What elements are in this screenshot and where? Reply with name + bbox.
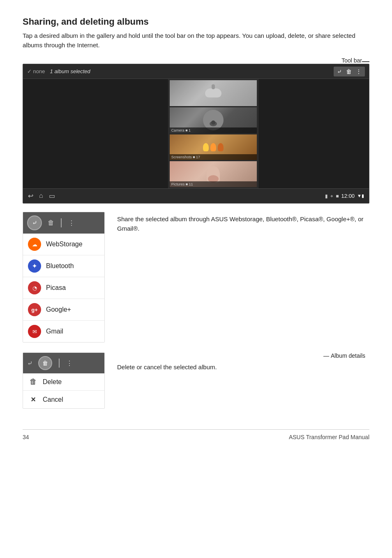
album-detail-delete-icon-circle[interactable]: 🗑 — [38, 356, 52, 370]
footer-page-number: 34 — [23, 434, 29, 440]
album-details-label: Album details — [323, 352, 365, 359]
wifi-icon: ⌖ — [330, 193, 333, 199]
gallery-screenshot: ✓ none 1 album selected ⤶ 🗑 ⋮ Camera ■ 1 — [23, 64, 369, 204]
share-header-share-icon[interactable]: ⤶ — [27, 215, 42, 230]
picasa-label: Picasa — [46, 284, 66, 292]
thumb-pictures-label: Pictures ■ 11 — [170, 181, 257, 187]
googleplus-icon: g+ — [28, 303, 41, 316]
album-detail-description: Delete or cancel the selected album. — [117, 361, 369, 372]
share-item-webstorage[interactable]: ☁ WebStorage — [23, 234, 104, 255]
delete-icon-toolbar[interactable]: 🗑 — [346, 68, 352, 75]
gallery-check: ✓ none — [27, 68, 45, 74]
toolbar-label-row: Tool bar — [23, 57, 369, 64]
share-icon-toolbar[interactable]: ⤶ — [337, 68, 342, 75]
gallery-bottombar-left: ↩ ⌂ ▭ — [28, 192, 55, 200]
gallery-album-selected: 1 album selected — [50, 68, 90, 74]
delete-label: Delete — [43, 378, 62, 386]
album-details-right-col: Album details Delete or cancel the selec… — [117, 352, 369, 372]
share-menu-header: ⤶ 🗑 ⋮ — [23, 212, 104, 234]
gallery-content: Camera ■ 1 Screenshots ■ 17 Pictures ■ 1… — [23, 79, 369, 188]
album-detail-item-cancel[interactable]: × Cancel — [23, 391, 104, 408]
gallery-center-panel: Camera ■ 1 Screenshots ■ 17 Pictures ■ 1… — [168, 79, 258, 188]
thumb-screenshots-label: Screenshots ■ 17 — [170, 154, 257, 160]
gallery-topbar-left: ✓ none 1 album selected — [27, 68, 90, 74]
trash-icon-circle: 🗑 — [42, 360, 48, 366]
thumb-flowers[interactable]: Screenshots ■ 17 — [170, 134, 257, 160]
share-header-delete-icon[interactable]: 🗑 — [48, 219, 54, 227]
toolbar-label: Tool bar — [341, 57, 362, 64]
gallery-toolbar-icons: ⤶ 🗑 ⋮ — [334, 67, 365, 76]
home-icon[interactable]: ⌂ — [39, 192, 43, 200]
battery-indicator: ▼▮ — [357, 193, 364, 199]
share-header-more-icon[interactable]: ⋮ — [68, 219, 75, 227]
page-title: Sharing, and deleting albums — [23, 16, 369, 27]
thumb-woman[interactable]: Pictures ■ 11 — [170, 161, 257, 187]
album-detail-more-icon[interactable]: ⋮ — [66, 359, 73, 367]
album-detail-menu-header: ⤶ 🗑 ⋮ — [23, 353, 104, 373]
gallery-bottombar: ↩ ⌂ ▭ ▮ ⌖ ■ 12:00 ▼▮ — [23, 188, 369, 203]
album-detail-menu: ⤶ 🗑 ⋮ 🗑 Delete × Cancel — [23, 352, 105, 409]
googleplus-label: Google+ — [46, 306, 71, 313]
share-menu: ⤶ 🗑 ⋮ ☁ WebStorage ✦ Bluetooth ◔ Picasa — [23, 212, 105, 343]
album-detail-item-delete[interactable]: 🗑 Delete — [23, 373, 104, 391]
thumb-koala[interactable]: Camera ■ 1 — [170, 107, 257, 133]
gmail-icon: ✉ — [28, 325, 41, 338]
gmail-label: Gmail — [46, 328, 63, 335]
thumb-camera-label: Camera ■ 1 — [170, 127, 257, 133]
cancel-icon: × — [29, 395, 38, 404]
signal-icon: ▮ — [325, 193, 328, 199]
gallery-time: 12:00 — [341, 193, 355, 199]
album-detail-share-icon[interactable]: ⤶ — [27, 359, 32, 367]
more-icon-toolbar[interactable]: ⋮ — [356, 68, 362, 75]
webstorage-label: WebStorage — [46, 241, 83, 248]
gallery-bottombar-right: ▮ ⌖ ■ 12:00 ▼▮ — [325, 193, 364, 199]
delete-icon: 🗑 — [29, 377, 38, 386]
page-footer: 34 ASUS Transformer Pad Manual — [23, 429, 369, 440]
picasa-icon: ◔ — [28, 281, 41, 294]
battery-icon: ■ — [336, 193, 339, 199]
lower-section: ⤶ 🗑 ⋮ ☁ WebStorage ✦ Bluetooth ◔ Picasa — [23, 212, 369, 343]
album-details-label-row: Album details — [117, 352, 369, 359]
gallery-topbar: ✓ none 1 album selected ⤶ 🗑 ⋮ — [23, 64, 369, 79]
footer-manual-title: ASUS Transformer Pad Manual — [289, 434, 369, 440]
share-item-bluetooth[interactable]: ✦ Bluetooth — [23, 255, 104, 277]
recents-icon[interactable]: ▭ — [49, 192, 55, 200]
bluetooth-icon: ✦ — [28, 259, 41, 273]
gallery-right-panel — [258, 79, 369, 188]
webstorage-icon: ☁ — [28, 238, 41, 251]
album-details-section: ⤶ 🗑 ⋮ 🗑 Delete × Cancel Album details De… — [23, 352, 369, 409]
share-item-googleplus[interactable]: g+ Google+ — [23, 299, 104, 321]
undo-icon[interactable]: ↩ — [28, 192, 33, 200]
cancel-label: Cancel — [43, 396, 63, 403]
share-item-picasa[interactable]: ◔ Picasa — [23, 277, 104, 299]
page-description: Tap a desired album in the gallery and h… — [23, 31, 369, 50]
share-description: Share the selected album through ASUS We… — [117, 212, 369, 234]
bluetooth-label: Bluetooth — [46, 262, 74, 270]
gallery-left-panel — [23, 79, 168, 188]
thumb-mouse[interactable] — [170, 80, 257, 106]
share-item-gmail[interactable]: ✉ Gmail — [23, 321, 104, 342]
share-icon: ⤶ — [32, 219, 37, 227]
